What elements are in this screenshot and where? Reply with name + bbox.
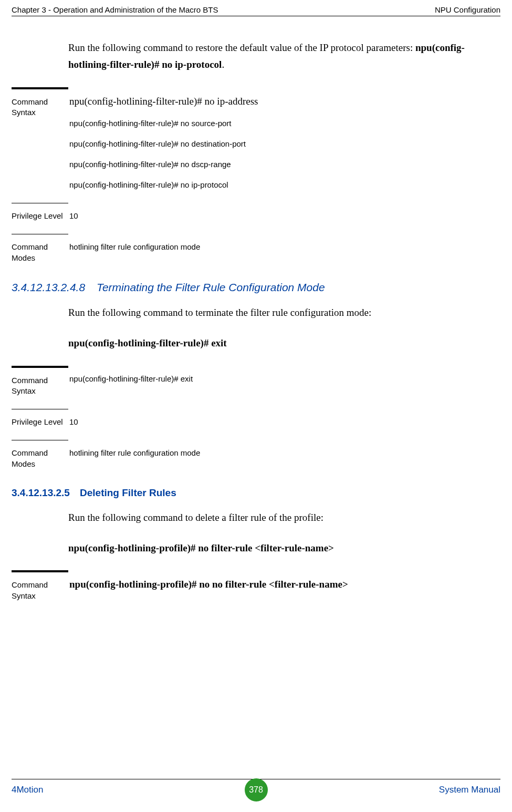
header-section: NPU Configuration	[435, 5, 500, 14]
privilege-level-label: Privilege Level	[12, 211, 68, 221]
command-syntax-label: Command Syntax	[12, 580, 68, 601]
command-modes-label: Command Modes	[12, 448, 68, 469]
section-title: Deleting Filter Rules	[80, 487, 176, 499]
row-label-cell: Command Modes	[12, 234, 68, 263]
privilege-level-label: Privilege Level	[12, 417, 68, 427]
intro-text-pre: Run the following command to restore the…	[68, 42, 415, 53]
syntax-value: npu(config-hotlining-filter-rule)# exit	[69, 373, 500, 384]
command-modes-value: hotlining filter rule configuration mode	[69, 447, 500, 458]
page-number-badge: 378	[245, 778, 268, 801]
command-syntax-label: Command Syntax	[12, 375, 68, 397]
page-content: Run the following command to restore the…	[12, 29, 500, 770]
syntax-line-2: npu(config-hotlining-filter-rule)# no so…	[69, 118, 500, 129]
syntax-line-3: npu(config-hotlining-filter-rule)# no de…	[69, 138, 500, 149]
page-number: 378	[249, 785, 263, 795]
footer-left: 4Motion	[12, 785, 43, 795]
syntax-line-1: npu(config-hotlining-filter-rule)# no ip…	[69, 95, 500, 109]
syntax-value-bold: npu(config-hotlining-profile)# no no fil…	[69, 578, 500, 592]
row-value-cell: npu(config-hotlining-filter-rule)# exit	[68, 366, 500, 384]
row-label-cell: Command Modes	[12, 440, 68, 469]
section-number: 3.4.12.13.2.5	[12, 487, 80, 499]
row-label-cell: Command Syntax	[12, 366, 68, 397]
syntax-line-4: npu(config-hotlining-filter-rule)# no ds…	[69, 159, 500, 170]
command-syntax-label: Command Syntax	[12, 97, 68, 118]
document-page: Chapter 3 - Operation and Administration…	[0, 0, 512, 812]
section-4-8-cmd-bold: npu(config-hotlining-filter-rule)# exit	[68, 337, 227, 348]
header-rule	[12, 16, 500, 16]
privilege-level-value: 10	[69, 210, 500, 221]
section-heading-deleting: 3.4.12.13.2.5 Deleting Filter Rules	[12, 487, 500, 499]
table-row: Command Syntax npu(config-hotlining-filt…	[12, 87, 500, 203]
section-number: 3.4.12.13.2.4.8	[12, 281, 97, 294]
command-table-1: Command Syntax npu(config-hotlining-filt…	[12, 87, 500, 276]
table-row: Command Modes hotlining filter rule conf…	[12, 440, 500, 482]
section-4-8-para: Run the following command to terminate t…	[68, 304, 479, 321]
section-4-8-cmd: npu(config-hotlining-filter-rule)# exit	[68, 335, 479, 352]
table-row: Privilege Level 10	[12, 203, 500, 234]
command-modes-value: hotlining filter rule configuration mode	[69, 241, 500, 252]
section-2-5-cmd-bold: npu(config-hotlining-profile)# no filter…	[68, 542, 334, 553]
command-table-2: Command Syntax npu(config-hotlining-filt…	[12, 366, 500, 482]
privilege-level-value: 10	[69, 416, 500, 427]
row-value-cell: hotlining filter rule configuration mode	[68, 440, 500, 458]
syntax-line-5: npu(config-hotlining-filter-rule)# no ip…	[69, 179, 500, 190]
row-value-cell: npu(config-hotlining-filter-rule)# no ip…	[68, 87, 500, 191]
section-heading-terminating: 3.4.12.13.2.4.8 Terminating the Filter R…	[12, 281, 500, 294]
row-value-cell: 10	[68, 409, 500, 427]
header-chapter: Chapter 3 - Operation and Administration…	[12, 5, 218, 14]
command-modes-label: Command Modes	[12, 242, 68, 263]
row-label-cell: Privilege Level	[12, 203, 68, 221]
section-2-5-para: Run the following command to delete a fi…	[68, 509, 479, 526]
command-table-3: Command Syntax npu(config-hotlining-prof…	[12, 570, 500, 614]
footer-right: System Manual	[439, 785, 500, 795]
row-value-cell: hotlining filter rule configuration mode	[68, 234, 500, 252]
table-row: Command Modes hotlining filter rule conf…	[12, 234, 500, 276]
table-row: Privilege Level 10	[12, 409, 500, 440]
page-header: Chapter 3 - Operation and Administration…	[12, 5, 500, 14]
row-value-cell: npu(config-hotlining-profile)# no no fil…	[68, 570, 500, 592]
row-label-cell: Command Syntax	[12, 570, 68, 601]
row-label-cell: Privilege Level	[12, 409, 68, 427]
row-label-cell: Command Syntax	[12, 87, 68, 118]
intro-text-post: .	[222, 59, 224, 70]
intro-paragraph: Run the following command to restore the…	[68, 39, 479, 74]
section-title: Terminating the Filter Rule Configuratio…	[97, 281, 325, 294]
row-value-cell: 10	[68, 203, 500, 221]
section-2-5-cmd: npu(config-hotlining-profile)# no filter…	[68, 540, 479, 557]
table-row: Command Syntax npu(config-hotlining-filt…	[12, 366, 500, 409]
table-row: Command Syntax npu(config-hotlining-prof…	[12, 570, 500, 614]
